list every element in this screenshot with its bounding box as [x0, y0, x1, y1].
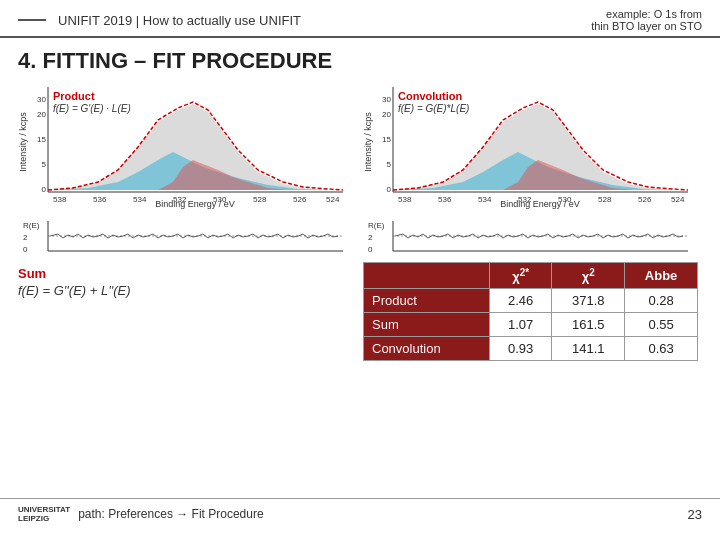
svg-text:536: 536 — [438, 195, 452, 204]
svg-text:Intensity / kcps: Intensity / kcps — [18, 112, 28, 172]
residual-right-svg: R(E) 2 0 — [363, 216, 698, 254]
header-example: example: O 1s from thin BTO layer on STO — [591, 8, 702, 32]
svg-text:534: 534 — [478, 195, 492, 204]
header-line-icon — [18, 19, 46, 21]
footer-path: path: Preferences → Fit Procedure — [78, 507, 263, 521]
svg-text:f(E) = G(E)*L(E): f(E) = G(E)*L(E) — [398, 103, 469, 114]
svg-text:Product: Product — [53, 90, 95, 102]
logo-line2: LEIPZIG — [18, 514, 70, 524]
col-header-empty — [364, 263, 490, 289]
row-abbe-convolution: 0.63 — [625, 337, 698, 361]
table-row: Product 2.46 371.8 0.28 — [364, 289, 698, 313]
col-header-chi2: χ2 — [552, 263, 625, 289]
row-label-product: Product — [364, 289, 490, 313]
row-chi2star-sum: 1.07 — [490, 313, 552, 337]
svg-text:2: 2 — [368, 233, 373, 242]
sum-area: Sum f(E) = G''(E) + L''(E) — [18, 262, 353, 361]
bottom-section: Sum f(E) = G''(E) + L''(E) χ2* χ2 Abbe P… — [18, 262, 702, 361]
svg-text:30: 30 — [37, 95, 46, 104]
svg-text:0: 0 — [387, 185, 392, 194]
row-chi2star-product: 2.46 — [490, 289, 552, 313]
svg-text:15: 15 — [382, 135, 391, 144]
svg-text:524: 524 — [326, 195, 340, 204]
row-chi2-convolution: 141.1 — [552, 337, 625, 361]
convolution-chart-svg: Intensity / kcps Binding Energy / eV 538… — [363, 82, 698, 212]
convolution-chart: Intensity / kcps Binding Energy / eV 538… — [363, 82, 698, 212]
svg-text:R(E): R(E) — [368, 221, 385, 230]
residual-left: R(E) 2 0 — [18, 216, 353, 254]
row-chi2-sum: 161.5 — [552, 313, 625, 337]
svg-text:0: 0 — [42, 185, 47, 194]
results-table-area: χ2* χ2 Abbe Product 2.46 371.8 0.28 Sum … — [363, 262, 698, 361]
svg-text:0: 0 — [23, 245, 28, 254]
svg-text:20: 20 — [382, 110, 391, 119]
svg-text:2: 2 — [23, 233, 28, 242]
svg-text:526: 526 — [638, 195, 652, 204]
svg-text:532: 532 — [173, 195, 187, 204]
results-table: χ2* χ2 Abbe Product 2.46 371.8 0.28 Sum … — [363, 262, 698, 361]
main-content: 4. FITTING – FIT PROCEDURE Intensity / k… — [0, 38, 720, 361]
charts-row: Intensity / kcps Binding Energy / eV 538… — [18, 82, 702, 212]
residual-left-svg: R(E) 2 0 — [18, 216, 353, 254]
svg-text:528: 528 — [598, 195, 612, 204]
footer: UNIVERSITAT LEIPZIG path: Preferences → … — [0, 498, 720, 530]
svg-text:5: 5 — [42, 160, 47, 169]
header-example-line1: example: O 1s from — [591, 8, 702, 20]
section-title: 4. FITTING – FIT PROCEDURE — [18, 48, 702, 74]
table-row: Sum 1.07 161.5 0.55 — [364, 313, 698, 337]
footer-left: UNIVERSITAT LEIPZIG path: Preferences → … — [18, 505, 264, 524]
row-abbe-sum: 0.55 — [625, 313, 698, 337]
product-chart: Intensity / kcps Binding Energy / eV 538… — [18, 82, 353, 212]
row-chi2-product: 371.8 — [552, 289, 625, 313]
svg-text:530: 530 — [558, 195, 572, 204]
svg-text:30: 30 — [382, 95, 391, 104]
svg-text:534: 534 — [133, 195, 147, 204]
svg-text:528: 528 — [253, 195, 267, 204]
svg-text:524: 524 — [671, 195, 685, 204]
svg-text:R(E): R(E) — [23, 221, 40, 230]
col-header-chi2star: χ2* — [490, 263, 552, 289]
row-chi2star-convolution: 0.93 — [490, 337, 552, 361]
svg-text:f(E) = G'(E) · L(E): f(E) = G'(E) · L(E) — [53, 103, 131, 114]
sum-title: Sum — [18, 266, 353, 281]
svg-text:0: 0 — [368, 245, 373, 254]
row-abbe-product: 0.28 — [625, 289, 698, 313]
svg-text:536: 536 — [93, 195, 107, 204]
header: UNIFIT 2019 | How to actually use UNIFIT… — [0, 0, 720, 38]
svg-text:5: 5 — [387, 160, 392, 169]
svg-text:538: 538 — [53, 195, 67, 204]
row-label-sum: Sum — [364, 313, 490, 337]
header-left: UNIFIT 2019 | How to actually use UNIFIT — [18, 13, 301, 28]
row-label-convolution: Convolution — [364, 337, 490, 361]
header-title: UNIFIT 2019 | How to actually use UNIFIT — [58, 13, 301, 28]
sum-formula: f(E) = G''(E) + L''(E) — [18, 283, 353, 298]
product-chart-svg: Intensity / kcps Binding Energy / eV 538… — [18, 82, 353, 212]
svg-text:20: 20 — [37, 110, 46, 119]
svg-text:538: 538 — [398, 195, 412, 204]
footer-page: 23 — [688, 507, 702, 522]
footer-logo: UNIVERSITAT LEIPZIG — [18, 505, 70, 524]
svg-text:526: 526 — [293, 195, 307, 204]
svg-text:532: 532 — [518, 195, 532, 204]
header-example-line2: thin BTO layer on STO — [591, 20, 702, 32]
table-row: Convolution 0.93 141.1 0.63 — [364, 337, 698, 361]
residual-right: R(E) 2 0 — [363, 216, 698, 254]
svg-text:530: 530 — [213, 195, 227, 204]
residual-row: R(E) 2 0 R(E) 2 0 — [18, 216, 702, 254]
logo-line1: UNIVERSITAT — [18, 505, 70, 515]
svg-text:Convolution: Convolution — [398, 90, 462, 102]
col-header-abbe: Abbe — [625, 263, 698, 289]
svg-text:15: 15 — [37, 135, 46, 144]
svg-text:Intensity / kcps: Intensity / kcps — [363, 112, 373, 172]
